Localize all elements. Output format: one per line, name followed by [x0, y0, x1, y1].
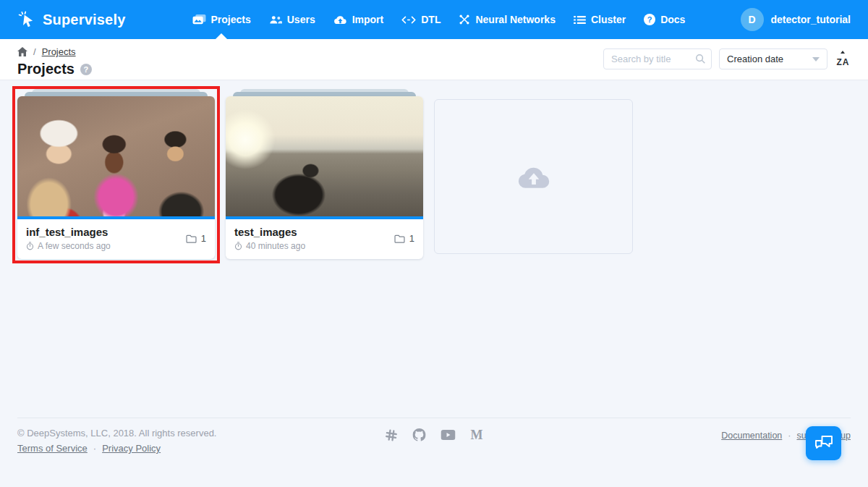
user-menu[interactable]: D detector_tutorial	[741, 8, 851, 31]
sort-letter-a: A	[843, 57, 849, 67]
slack-icon[interactable]	[386, 429, 398, 441]
sort-select-value: Creation date	[727, 54, 783, 64]
question-circle-icon: ?	[644, 14, 655, 25]
chat-widget-button[interactable]	[806, 426, 841, 460]
social-links: M	[386, 428, 483, 441]
breadcrumb-separator: /	[33, 46, 36, 57]
documentation-link[interactable]: Documentation	[721, 431, 782, 441]
nav-item-neural-networks[interactable]: Neural Networks	[459, 0, 555, 39]
list-icon	[574, 15, 586, 25]
terms-of-service-link[interactable]: Terms of Service	[17, 443, 88, 454]
active-tab-indicator	[216, 33, 227, 39]
home-icon[interactable]	[17, 47, 27, 56]
page-header: / Projects Projects ? Creation date Z A	[0, 39, 868, 80]
youtube-icon[interactable]	[441, 430, 456, 440]
dot-separator: ·	[788, 431, 791, 441]
nav-label: Users	[287, 14, 315, 25]
project-updated-time: 40 minutes ago	[246, 241, 305, 251]
help-icon[interactable]: ?	[80, 64, 92, 75]
nav-label: Docs	[660, 14, 685, 25]
brand-name: Supervisely	[43, 12, 126, 28]
cloud-upload-icon	[517, 165, 550, 189]
top-navigation-bar: Supervisely Projects	[0, 0, 868, 39]
nav-item-dtl[interactable]: DTL	[401, 0, 441, 39]
chat-bubbles-icon	[814, 435, 833, 452]
project-name: inf_test_images	[26, 226, 111, 238]
nav-item-docs[interactable]: ? Docs	[644, 0, 685, 39]
brand-logo[interactable]: Supervisely	[17, 10, 126, 29]
project-card-test-images[interactable]: test_images 40 minutes ago	[226, 96, 423, 259]
nav-item-cluster[interactable]: Cluster	[574, 0, 626, 39]
supervisely-cursor-icon	[17, 10, 36, 29]
projects-grid: inf_test_images A few seconds ago	[17, 80, 851, 259]
project-thumbnail	[226, 96, 423, 216]
github-icon[interactable]	[413, 428, 426, 441]
clock-icon	[26, 242, 34, 250]
copyright-text: © DeepSystems, LLC, 2018. All rights res…	[17, 428, 216, 439]
dataset-count: 1	[409, 233, 414, 244]
sort-order-button[interactable]: Z A	[835, 51, 851, 67]
nav-label: Projects	[211, 14, 251, 25]
nav-label: Cluster	[591, 14, 626, 25]
nav-label: Import	[352, 14, 384, 25]
footer: © DeepSystems, LLC, 2018. All rights res…	[17, 418, 851, 454]
clock-icon	[234, 242, 242, 250]
sort-select[interactable]: Creation date	[719, 48, 827, 69]
avatar: D	[741, 8, 764, 31]
privacy-policy-link[interactable]: Privacy Policy	[102, 443, 161, 454]
project-updated-time: A few seconds ago	[38, 241, 111, 251]
photos-icon	[192, 14, 206, 26]
folder-icon	[394, 234, 405, 243]
search-icon	[695, 54, 706, 67]
chevron-down-icon	[812, 57, 820, 62]
dot-separator: ·	[93, 443, 96, 454]
cloud-import-icon	[333, 15, 347, 25]
project-card-inf-test-images[interactable]: inf_test_images A few seconds ago	[17, 96, 215, 259]
main-nav: Projects Users Import	[192, 0, 686, 39]
folder-icon	[186, 234, 197, 243]
nav-label: DTL	[421, 14, 441, 25]
dataset-count: 1	[201, 233, 206, 244]
medium-icon[interactable]: M	[471, 429, 483, 441]
nav-item-import[interactable]: Import	[333, 0, 384, 39]
nav-label: Neural Networks	[475, 14, 555, 25]
nav-item-projects[interactable]: Projects	[192, 0, 251, 39]
users-icon	[269, 15, 282, 25]
upload-project-dropzone[interactable]	[434, 99, 633, 254]
username: detector_tutorial	[771, 14, 851, 25]
project-thumbnail	[17, 96, 215, 216]
code-brackets-icon	[401, 16, 416, 24]
nav-item-users[interactable]: Users	[269, 0, 315, 39]
search-box	[603, 48, 712, 69]
project-card-wrap: test_images 40 minutes ago	[226, 96, 423, 259]
page-title: Projects	[17, 61, 75, 77]
breadcrumb-link-projects[interactable]: Projects	[42, 46, 76, 57]
sort-letter-z: Z	[836, 57, 841, 67]
project-name: test_images	[234, 226, 305, 238]
list-controls: Creation date Z A	[603, 48, 851, 69]
sort-arrow-icon	[841, 51, 845, 54]
project-card-wrap: inf_test_images A few seconds ago	[17, 96, 215, 259]
neural-network-icon	[459, 14, 470, 25]
